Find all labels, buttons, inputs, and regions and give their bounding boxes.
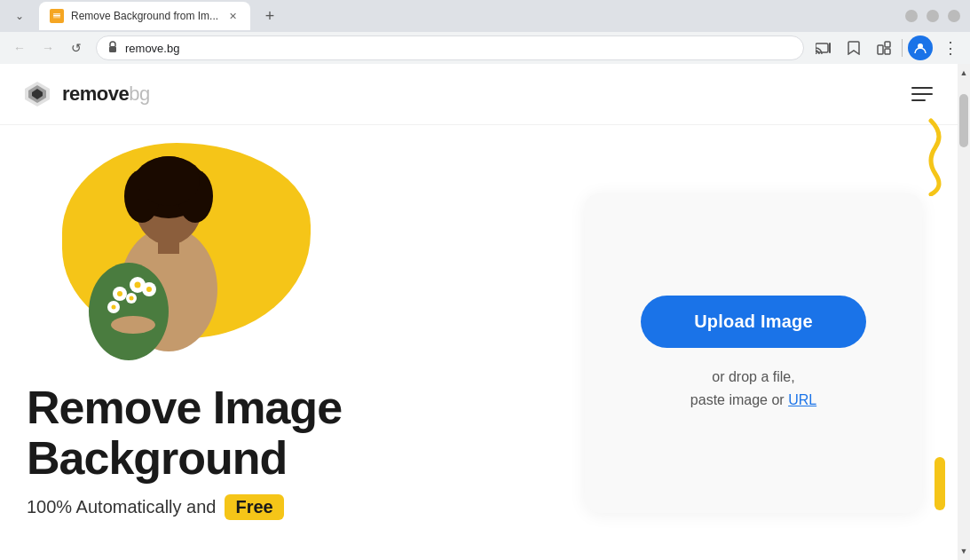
drop-text: or drop a file, paste image or URL xyxy=(690,366,816,411)
svg-point-31 xyxy=(146,287,152,292)
logo-icon xyxy=(21,78,53,110)
drop-text-line2: paste image or URL xyxy=(690,389,816,412)
deco-bottom-right xyxy=(935,457,945,510)
subtitle-text: 100% Automatically and xyxy=(27,497,216,517)
svg-point-29 xyxy=(112,305,116,310)
hamburger-line-2 xyxy=(911,93,933,95)
logo[interactable]: removebg xyxy=(21,78,150,110)
window-minimize-button[interactable] xyxy=(905,10,918,22)
svg-rect-8 xyxy=(885,42,890,47)
scroll-arrow-up[interactable]: ▲ xyxy=(958,66,970,80)
hamburger-menu[interactable] xyxy=(908,83,936,105)
forward-button[interactable]: → xyxy=(35,35,60,60)
svg-rect-9 xyxy=(885,49,890,54)
scrollbar-thumb[interactable] xyxy=(959,94,968,147)
back-button[interactable]: ← xyxy=(7,35,32,60)
headline: Remove Image Background 100% Automatical… xyxy=(27,383,558,520)
scrollbar: ▲ ▼ xyxy=(958,64,970,560)
window-close-button[interactable] xyxy=(948,10,960,22)
logo-text: removebg xyxy=(62,83,150,106)
tab-close-button[interactable]: ✕ xyxy=(225,9,240,23)
svg-rect-7 xyxy=(878,45,883,54)
svg-point-19 xyxy=(138,156,200,206)
svg-rect-1 xyxy=(53,15,60,17)
svg-point-28 xyxy=(135,282,141,288)
svg-point-21 xyxy=(89,263,169,360)
upload-image-button[interactable]: Upload Image xyxy=(641,296,866,348)
extension-icon[interactable] xyxy=(871,35,896,60)
drop-text-line1: or drop a file, xyxy=(690,366,816,389)
bookmark-icon[interactable] xyxy=(841,35,866,60)
free-badge: Free xyxy=(225,494,283,520)
svg-rect-2 xyxy=(53,13,60,15)
svg-point-30 xyxy=(130,296,134,301)
url-text: remove.bg xyxy=(125,42,793,55)
svg-rect-3 xyxy=(53,17,60,19)
hamburger-line-3 xyxy=(911,99,926,101)
url-link[interactable]: URL xyxy=(788,392,816,407)
divider xyxy=(902,39,903,57)
hamburger-line-1 xyxy=(911,87,933,89)
headline-text: Remove Image Background xyxy=(27,383,558,484)
hero-image-container xyxy=(27,134,328,365)
tab-favicon xyxy=(50,9,64,23)
lock-icon xyxy=(107,41,118,55)
tab-title: Remove Background from Im... xyxy=(71,10,218,22)
new-tab-button[interactable]: + xyxy=(257,4,282,28)
svg-rect-20 xyxy=(158,238,179,254)
svg-point-27 xyxy=(117,291,122,296)
scroll-arrow-down[interactable]: ▼ xyxy=(958,544,970,558)
subtitle: 100% Automatically and Free xyxy=(27,494,558,520)
cast-icon[interactable] xyxy=(811,35,836,60)
deco-top-right xyxy=(887,116,949,196)
svg-point-32 xyxy=(111,316,155,334)
svg-rect-4 xyxy=(109,46,116,52)
browser-menu-icon[interactable]: ⋮ xyxy=(938,35,963,60)
hero-person xyxy=(53,138,284,365)
tab-group-selector[interactable]: ⌄ xyxy=(7,4,32,28)
profile-button[interactable] xyxy=(908,35,933,60)
upload-card: Upload Image or drop a file, paste image… xyxy=(585,193,922,513)
window-maximize-button[interactable] xyxy=(927,10,939,22)
refresh-button[interactable]: ↺ xyxy=(64,35,89,60)
